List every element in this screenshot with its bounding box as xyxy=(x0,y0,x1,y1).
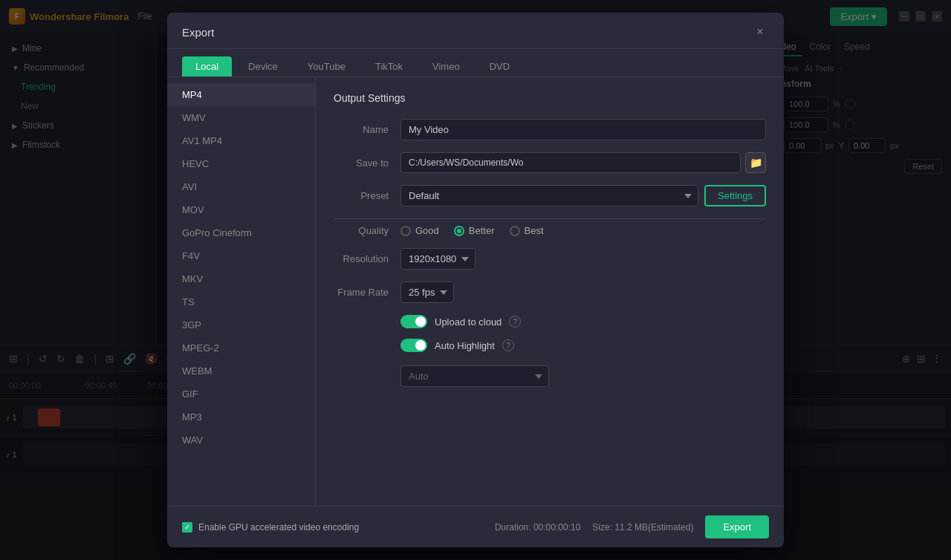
upload-cloud-row: Upload to cloud ? xyxy=(400,315,766,328)
resolution-control: 1920x1080 1280x720 3840x2160 xyxy=(400,248,766,270)
tab-tiktok[interactable]: TikTok xyxy=(362,56,416,76)
duration-stat: Duration: 00:00:00:10 xyxy=(495,522,580,533)
save-to-label: Save to xyxy=(334,157,400,169)
tab-vimeo[interactable]: Vimeo xyxy=(419,56,473,76)
tab-youtube[interactable]: YouTube xyxy=(294,56,359,76)
tab-local[interactable]: Local xyxy=(182,56,232,76)
quality-label: Quality xyxy=(334,225,400,236)
auto-highlight-row: Auto Highlight ? xyxy=(400,339,766,352)
frame-rate-select[interactable]: 25 fps 24 fps 30 fps 60 fps xyxy=(400,281,454,303)
resolution-select[interactable]: 1920x1080 1280x720 3840x2160 xyxy=(400,248,476,270)
quality-best[interactable]: Best xyxy=(510,225,544,236)
export-action-button[interactable]: Export xyxy=(705,515,769,538)
auto-highlight-toggle[interactable] xyxy=(400,339,427,352)
gpu-checkbox-wrap: ✓ Enable GPU accelerated video encoding xyxy=(182,522,359,533)
preset-select[interactable]: Default Custom High Quality xyxy=(400,185,698,206)
size-value: 11.2 MB(Estimated) xyxy=(614,522,693,533)
modal-body: MP4 WMV AV1 MP4 HEVC AVI MOV GoPro Cinef… xyxy=(167,77,784,506)
auto-highlight-help-icon[interactable]: ? xyxy=(502,339,514,351)
format-mp3[interactable]: MP3 xyxy=(167,406,315,429)
modal-header: Export × xyxy=(167,13,784,49)
export-modal: Export × Local Device YouTube TikTok Vim… xyxy=(167,13,784,547)
radio-good xyxy=(400,226,411,236)
auto-highlight-toggle-thumb xyxy=(415,340,426,351)
modal-close-button[interactable]: × xyxy=(751,23,769,41)
quality-row: Quality Good Better xyxy=(334,225,766,236)
resolution-row: Resolution 1920x1080 1280x720 3840x2160 xyxy=(334,248,766,270)
format-wav[interactable]: WAV xyxy=(167,429,315,452)
format-list: MP4 WMV AV1 MP4 HEVC AVI MOV GoPro Cinef… xyxy=(167,77,316,506)
divider-1 xyxy=(334,218,766,219)
toggles-section: Upload to cloud ? Auto Highlight ? Auto xyxy=(334,315,766,387)
tab-dvd[interactable]: DVD xyxy=(476,56,523,76)
save-to-row: Save to 📁 xyxy=(334,152,766,173)
format-mov[interactable]: MOV xyxy=(167,198,315,221)
radio-best xyxy=(510,226,520,236)
footer-info: Duration: 00:00:00:10 Size: 11.2 MB(Esti… xyxy=(495,515,769,538)
quality-better[interactable]: Better xyxy=(454,225,495,236)
settings-button[interactable]: Settings xyxy=(704,185,766,206)
preset-control: Default Custom High Quality Settings xyxy=(400,185,766,206)
quality-control: Good Better Best xyxy=(400,225,766,236)
quality-better-label: Better xyxy=(469,225,495,236)
upload-cloud-label: Upload to cloud xyxy=(435,316,502,328)
duration-value: 00:00:00:10 xyxy=(533,522,580,533)
modal-overlay: Export × Local Device YouTube TikTok Vim… xyxy=(0,0,951,560)
modal-footer: ✓ Enable GPU accelerated video encoding … xyxy=(167,506,784,547)
path-input[interactable] xyxy=(400,152,741,173)
auto-highlight-label: Auto Highlight xyxy=(435,340,495,351)
format-3gp[interactable]: 3GP xyxy=(167,313,315,336)
size-label: Size: xyxy=(592,522,612,533)
size-stat: Size: 11.2 MB(Estimated) xyxy=(592,522,693,533)
auto-select[interactable]: Auto xyxy=(400,365,549,387)
upload-cloud-help-icon[interactable]: ? xyxy=(509,316,521,328)
radio-dot xyxy=(457,229,461,233)
format-mkv[interactable]: MKV xyxy=(167,267,315,290)
frame-rate-row: Frame Rate 25 fps 24 fps 30 fps 60 fps xyxy=(334,281,766,303)
format-gopro[interactable]: GoPro Cineform xyxy=(167,221,315,244)
gpu-checkbox[interactable]: ✓ xyxy=(182,522,192,533)
frame-rate-label: Frame Rate xyxy=(334,287,400,298)
radio-better xyxy=(454,226,464,236)
name-control xyxy=(400,119,766,140)
resolution-label: Resolution xyxy=(334,253,400,264)
format-avi[interactable]: AVI xyxy=(167,175,315,198)
format-ts[interactable]: TS xyxy=(167,290,315,313)
modal-title: Export xyxy=(182,26,214,39)
output-settings-title: Output Settings xyxy=(334,92,766,104)
toggle-thumb xyxy=(415,316,426,327)
save-to-control: 📁 xyxy=(400,152,766,173)
format-webm[interactable]: WEBM xyxy=(167,359,315,382)
quality-best-label: Best xyxy=(525,225,544,236)
format-av1mp4[interactable]: AV1 MP4 xyxy=(167,129,315,152)
frame-rate-control: 25 fps 24 fps 30 fps 60 fps xyxy=(400,281,766,303)
quality-good-label: Good xyxy=(415,225,439,236)
format-gif[interactable]: GIF xyxy=(167,382,315,406)
format-mpeg2[interactable]: MPEG-2 xyxy=(167,336,315,359)
duration-label: Duration: xyxy=(495,522,531,533)
format-wmv[interactable]: WMV xyxy=(167,106,315,129)
gpu-label: Enable GPU accelerated video encoding xyxy=(198,522,359,533)
format-hevc[interactable]: HEVC xyxy=(167,152,315,175)
quality-good[interactable]: Good xyxy=(400,225,439,236)
name-input[interactable] xyxy=(400,119,766,140)
preset-label: Preset xyxy=(334,190,400,201)
format-mp4[interactable]: MP4 xyxy=(167,83,315,106)
output-settings: Output Settings Name Save to 📁 xyxy=(316,77,784,506)
preset-row: Preset Default Custom High Quality Setti… xyxy=(334,185,766,206)
name-label: Name xyxy=(334,124,400,135)
modal-tabs: Local Device YouTube TikTok Vimeo DVD xyxy=(167,49,784,77)
name-row: Name xyxy=(334,119,766,140)
folder-icon: 📁 xyxy=(750,157,762,169)
upload-cloud-toggle[interactable] xyxy=(400,315,427,328)
folder-browse-button[interactable]: 📁 xyxy=(745,152,766,173)
tab-device[interactable]: Device xyxy=(235,56,291,76)
format-f4v[interactable]: F4V xyxy=(167,244,315,267)
